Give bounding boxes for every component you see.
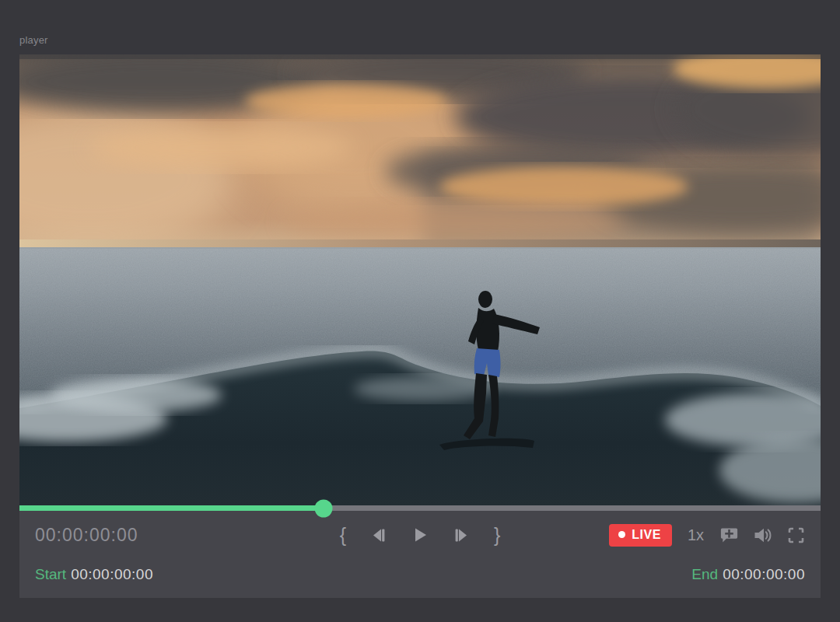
video-frame-art <box>19 54 821 505</box>
control-bar: 00:00:00:00 { <box>19 511 821 598</box>
trim-start: Start00:00:00:00 <box>35 566 153 583</box>
live-label: LIVE <box>632 529 661 541</box>
start-label: Start <box>35 566 66 582</box>
fullscreen-icon <box>787 526 805 544</box>
trim-end: End00:00:00:00 <box>691 566 805 583</box>
frame-back-button[interactable] <box>369 526 387 544</box>
add-comment-button[interactable] <box>719 526 739 544</box>
current-timecode: 00:00:00:00 <box>35 525 340 546</box>
video-surface[interactable] <box>19 54 821 505</box>
play-icon <box>411 526 429 544</box>
frame-forward-button[interactable] <box>453 526 471 544</box>
playback-speed-button[interactable]: 1x <box>686 526 705 544</box>
progress-handle[interactable] <box>315 499 333 517</box>
control-row-main: 00:00:00:00 { <box>35 511 805 559</box>
transport-controls: { } <box>340 526 501 545</box>
live-button[interactable]: LIVE <box>609 524 672 547</box>
end-label: End <box>691 566 718 582</box>
video-player: 00:00:00:00 { <box>19 54 821 598</box>
fullscreen-button[interactable] <box>787 526 805 544</box>
start-timecode: 00:00:00:00 <box>71 566 153 582</box>
set-in-button[interactable]: { <box>340 526 346 545</box>
trim-row: Start00:00:00:00 End00:00:00:00 <box>35 559 805 590</box>
set-out-button[interactable]: } <box>494 526 500 545</box>
control-right-cluster: LIVE 1x <box>609 524 805 547</box>
volume-button[interactable] <box>753 526 773 544</box>
end-timecode: 00:00:00:00 <box>723 566 805 582</box>
progress-fill <box>19 505 324 511</box>
play-button[interactable] <box>411 526 429 544</box>
progress-track[interactable] <box>19 505 821 511</box>
live-dot-icon <box>618 531 625 538</box>
comment-plus-icon <box>719 526 739 544</box>
player-title: player <box>19 34 48 46</box>
volume-icon <box>753 526 773 544</box>
frame-forward-icon <box>453 526 471 544</box>
frame-back-icon <box>369 526 387 544</box>
